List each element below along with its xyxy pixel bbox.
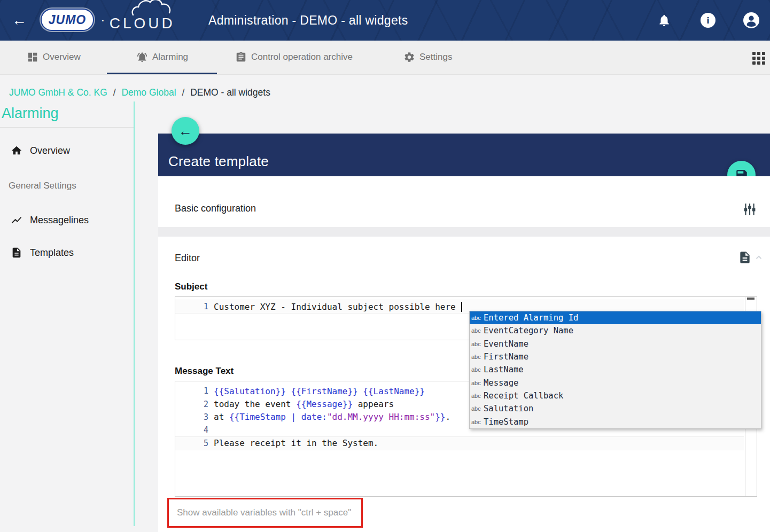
autocomplete-item[interactable]: abc EventName (470, 338, 761, 350)
abc-type-icon: abc (470, 327, 484, 334)
variable-autocomplete-dropdown: abc Entered Alarming Id abc EventCategor… (469, 311, 761, 429)
clipboard-icon (235, 51, 247, 63)
info-icon[interactable]: i (700, 12, 716, 28)
sidebar-item-label: Overview (30, 145, 70, 157)
autocomplete-item[interactable]: abc FirstName (470, 350, 761, 363)
line-number: 2 (175, 400, 214, 409)
abc-type-icon: abc (470, 354, 484, 360)
dashboard-icon (27, 51, 38, 63)
tab-settings[interactable]: Settings (403, 41, 452, 73)
autocomplete-item[interactable]: abc TimeStamp (470, 415, 761, 428)
line-number: 1 (175, 386, 214, 396)
editor-section-label: Editor (175, 253, 200, 264)
back-arrow-icon: ← (178, 123, 192, 139)
basic-configuration-card: Basic configuration (158, 176, 770, 227)
sidebar-item-label: Messagelines (30, 215, 89, 226)
autocomplete-item[interactable]: abc LastName (470, 363, 761, 376)
back-arrow-icon[interactable]: ← (12, 11, 27, 30)
editor-scrollbar-thumb[interactable] (747, 298, 755, 300)
code-segment: "dd.MM.yyyy HH:mm:ss" (327, 412, 435, 422)
tab-control-operation-archive[interactable]: Control operation archive (235, 41, 353, 73)
section-gap (158, 227, 770, 237)
sidebar-section-general-settings: General Settings (9, 181, 131, 191)
home-icon (11, 145, 22, 157)
back-fab-button[interactable]: ← (172, 117, 199, 145)
abc-type-icon: abc (470, 341, 484, 347)
abc-type-icon: abc (470, 393, 484, 399)
cloud-wordmark: CLOUD (110, 7, 175, 32)
autocomplete-item[interactable]: abc EventCategory Name (470, 324, 761, 337)
sidebar-item-label: Templates (30, 247, 74, 259)
breadcrumb-current: DEMO - all widgets (190, 87, 270, 98)
breadcrumb-separator: / (182, 87, 184, 98)
create-template-title: Create template (168, 153, 269, 170)
tab-overview-label: Overview (43, 52, 81, 62)
tab-alarming[interactable]: Alarming (136, 41, 188, 73)
tab-alarming-label: Alarming (152, 52, 188, 62)
line-number: 5 (175, 439, 214, 448)
subject-label: Subject (175, 281, 207, 292)
logo-separator-dot: · (100, 12, 105, 28)
code-segment: {{Message}} (296, 399, 353, 409)
line-number: 4 (175, 425, 214, 435)
apps-grid-icon[interactable] (752, 52, 766, 66)
trend-line-icon (11, 214, 22, 226)
autocomplete-item[interactable]: abc Salutation (470, 402, 761, 415)
main-tab-bar: Overview Alarming Control operation arch… (0, 41, 770, 75)
editor-document-icon[interactable] (738, 251, 752, 264)
cloud-logo-text: CLOUD (110, 15, 175, 32)
document-icon (11, 247, 22, 259)
annotation-red-box: Show available variables with "ctrl + sp… (167, 498, 363, 528)
tab-overview[interactable]: Overview (27, 41, 81, 73)
app-title: Administration - DEMO - all widgets (208, 0, 408, 41)
abc-type-icon: abc (470, 366, 484, 373)
breadcrumb-org-link[interactable]: JUMO GmbH & Co. KG (9, 87, 107, 98)
code-segment: Please receipt it in the System. (214, 438, 378, 448)
gear-icon (403, 51, 415, 63)
subject-text: Customer XYZ - Individual subject possib… (214, 302, 461, 312)
notifications-bell-icon[interactable] (656, 12, 672, 28)
abc-type-icon: abc (470, 315, 484, 321)
code-segment: at (214, 412, 229, 422)
breadcrumb-group-link[interactable]: Demo Global (121, 87, 176, 98)
jumo-logo-pill: JUMO (41, 9, 94, 31)
tune-filters-icon[interactable] (743, 202, 757, 216)
text-cursor (461, 302, 462, 312)
alarm-bell-icon (136, 51, 148, 63)
code-segment: appears (353, 399, 394, 409)
basic-configuration-label: Basic configuration (175, 203, 256, 214)
breadcrumb: JUMO GmbH & Co. KG / Demo Global / DEMO … (9, 87, 270, 98)
sidebar-title: Alarming (2, 105, 59, 122)
message-text-label: Message Text (175, 366, 234, 377)
code-segment: {{TimeStamp | date: (229, 412, 327, 422)
breadcrumb-separator: / (113, 87, 116, 98)
code-segment: today the event (214, 399, 296, 409)
abc-type-icon: abc (470, 405, 484, 412)
variables-hint-text: Show available variables with "ctrl + sp… (169, 507, 351, 518)
autocomplete-item[interactable]: abc Message (470, 376, 761, 389)
autocomplete-item[interactable]: abc Receipt Callback (470, 389, 761, 402)
sidebar-item-overview[interactable]: Overview (0, 140, 133, 161)
collapse-chevron-icon[interactable] (754, 253, 764, 262)
account-icon[interactable] (743, 12, 759, 28)
top-app-bar: ← JUMO · CLOUD Administration - DEMO - a… (0, 0, 770, 41)
sidebar-divider (0, 127, 134, 128)
sidebar-item-templates[interactable]: Templates (0, 242, 133, 263)
message-line[interactable]: 5 Please receipt it in the System. (175, 437, 744, 450)
abc-type-icon: abc (470, 419, 484, 425)
tab-settings-label: Settings (419, 52, 452, 62)
code-segment: {{Salutation}} {{FirstName}} {{LastName}… (214, 386, 425, 396)
cloud-icon (130, 0, 176, 16)
jumo-logo-text: JUMO (49, 13, 86, 27)
jumo-cloud-logo: JUMO · CLOUD (41, 7, 175, 32)
active-tab-indicator (107, 73, 217, 74)
create-template-header: Create template (158, 134, 770, 176)
code-segment: }} (435, 412, 445, 422)
sidebar-vertical-rule (134, 101, 135, 526)
abc-type-icon: abc (470, 380, 484, 386)
autocomplete-item[interactable]: abc Entered Alarming Id (470, 311, 761, 324)
tab-archive-label: Control operation archive (251, 52, 353, 62)
code-segment: . (446, 412, 451, 422)
line-number: 3 (175, 412, 214, 422)
sidebar-item-messagelines[interactable]: Messagelines (0, 209, 133, 231)
